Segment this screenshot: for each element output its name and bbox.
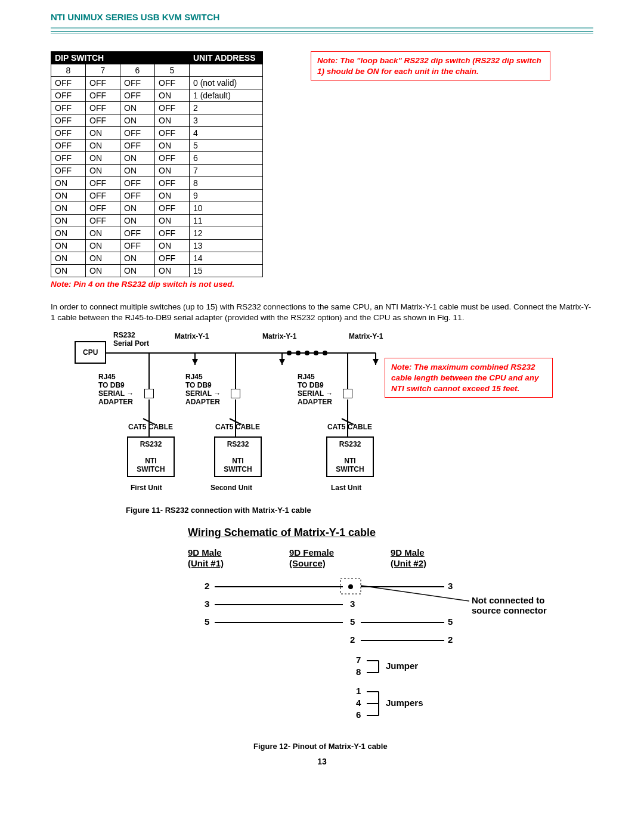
jumper-label: Jumper — [386, 661, 418, 671]
nti-switch-2: RS232 NTISWITCH — [214, 436, 262, 477]
unit-address-cell: 12 — [190, 227, 263, 240]
dip-cell: ON — [51, 252, 86, 265]
unit-address-cell: 4 — [190, 127, 263, 140]
table-row: OFFOFFONON3 — [51, 114, 263, 127]
col-8: 8 — [51, 64, 86, 77]
dip-cell: OFF — [120, 89, 155, 102]
dip-cell: OFF — [51, 77, 86, 89]
dip-cell: OFF — [86, 215, 120, 227]
dip-cell: ON — [155, 114, 190, 127]
second-unit-label: Second Unit — [210, 484, 252, 493]
dip-cell: ON — [86, 165, 120, 177]
dip-cell: ON — [51, 177, 86, 190]
svg-point-9 — [305, 351, 309, 355]
dip-cell: OFF — [51, 114, 86, 127]
dip-switch-header: DIP SWITCH — [51, 52, 190, 64]
dip-cell: ON — [155, 89, 190, 102]
pin-l-2: 2 — [205, 581, 209, 591]
adapter-label-3: RJ45TO DB9SERIAL →ADAPTER — [298, 373, 333, 406]
dip-cell: OFF — [120, 77, 155, 89]
col-5: 5 — [155, 64, 190, 77]
dip-cell: OFF — [51, 102, 86, 114]
dip-cell: ON — [120, 165, 155, 177]
dip-cell: ON — [120, 114, 155, 127]
unit-address-cell: 7 — [190, 165, 263, 177]
cat5-label-1: CAT5 CABLE — [128, 423, 173, 432]
first-unit-label: First Unit — [131, 484, 162, 493]
dip-cell: ON — [120, 152, 155, 165]
adapter-box-1 — [144, 389, 154, 398]
dip-cell: ON — [86, 240, 120, 252]
dip-cell: OFF — [86, 177, 120, 190]
svg-point-28 — [348, 584, 353, 589]
table-row: OFFONONOFF6 — [51, 152, 263, 165]
page-number: 13 — [51, 757, 593, 766]
pin-m-7: 7 — [356, 655, 361, 665]
figure-12-caption: Figure 12- Pinout of Matrix-Y-1 cable — [253, 742, 593, 751]
matrix-y1-label-2: Matrix-Y-1 — [262, 333, 296, 341]
cat5-label-3: CAT5 CABLE — [327, 423, 372, 432]
dip-cell: ON — [86, 252, 120, 265]
pin-m-1: 1 — [356, 686, 361, 696]
dip-cell: OFF — [86, 114, 120, 127]
loopback-note: Note: The "loop back" RS232 dip switch (… — [311, 51, 550, 80]
pin-l-3: 3 — [205, 599, 209, 609]
unit-address-cell: 13 — [190, 240, 263, 252]
dip-cell: ON — [86, 227, 120, 240]
adapter-label-1: RJ45TO DB9SERIAL →ADAPTER — [98, 373, 134, 406]
dip-cell: OFF — [155, 202, 190, 215]
dip-cell: ON — [155, 215, 190, 227]
not-connected-label: Not connected tosource connector — [472, 595, 547, 615]
table-row: ONOFFONOFF10 — [51, 202, 263, 215]
dip-cell: OFF — [51, 127, 86, 140]
unit-address-cell: 14 — [190, 252, 263, 265]
dip-cell: ON — [51, 202, 86, 215]
table-row: OFFOFFOFFOFF0 (not valid) — [51, 77, 263, 89]
pin-m-5: 5 — [350, 617, 355, 627]
unit-address-cell: 3 — [190, 114, 263, 127]
dip-cell: OFF — [120, 240, 155, 252]
unit-address-cell: 15 — [190, 265, 263, 277]
pin-l-5: 5 — [205, 617, 209, 627]
dip-cell: ON — [86, 152, 120, 165]
pin-m-6: 6 — [356, 710, 361, 720]
dip-cell: OFF — [51, 89, 86, 102]
unit-address-header: UNIT ADDRESS — [190, 52, 263, 64]
head-9d-male-2: 9D Male(Unit #2) — [391, 547, 426, 568]
dip-switch-table: DIP SWITCH UNIT ADDRESS 8 7 6 5 OFFOFFOF… — [51, 51, 263, 277]
table-row: ONOFFOFFON9 — [51, 190, 263, 202]
jumpers-label: Jumpers — [386, 698, 423, 708]
pin-m-4: 4 — [356, 698, 361, 708]
dip-cell: OFF — [120, 190, 155, 202]
pin-m-3: 3 — [350, 599, 355, 609]
unit-address-cell: 1 (default) — [190, 89, 263, 102]
figure-12-diagram: 9D Male(Unit #1) 9D Female(Source) 9D Ma… — [188, 547, 605, 738]
dip-cell: ON — [120, 102, 155, 114]
dip-cell: OFF — [120, 177, 155, 190]
dip-cell: ON — [86, 140, 120, 152]
svg-line-36 — [361, 586, 469, 601]
header-rule — [51, 27, 593, 33]
dip-cell: OFF — [86, 77, 120, 89]
figure-11-caption: Figure 11- RS232 connection with Matrix-… — [126, 506, 593, 515]
dip-cell: OFF — [120, 127, 155, 140]
cable-length-note: Note: The maximum combined RS232 cable l… — [385, 358, 553, 398]
dip-cell: OFF — [86, 89, 120, 102]
pin-r-3: 3 — [448, 581, 453, 591]
matrix-y1-label-3: Matrix-Y-1 — [349, 333, 383, 341]
unit-address-cell: 9 — [190, 190, 263, 202]
adapter-box-3 — [343, 389, 352, 398]
dip-cell: ON — [120, 202, 155, 215]
table-row: ONONONOFF14 — [51, 252, 263, 265]
dip-cell: ON — [120, 252, 155, 265]
dip-cell: ON — [155, 265, 190, 277]
dip-cell: OFF — [51, 165, 86, 177]
head-9d-female: 9D Female(Source) — [289, 547, 334, 568]
table-row: ONONOFFOFF12 — [51, 227, 263, 240]
body-paragraph: In order to connect multiple switches (u… — [51, 302, 593, 323]
table-row: OFFONOFFOFF4 — [51, 127, 263, 140]
dip-cell: OFF — [51, 140, 86, 152]
svg-marker-14 — [373, 359, 379, 365]
unit-address-cell: 6 — [190, 152, 263, 165]
unit-address-cell: 8 — [190, 177, 263, 190]
